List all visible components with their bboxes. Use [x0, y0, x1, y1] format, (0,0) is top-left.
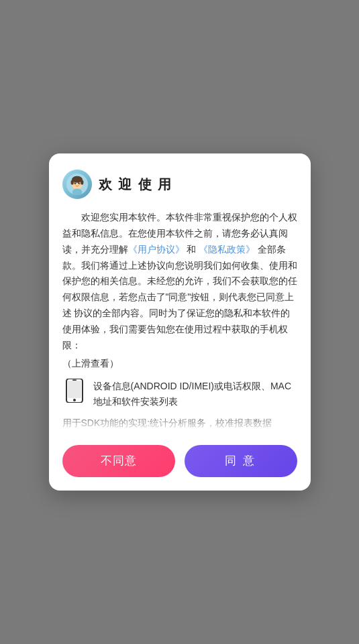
svg-point-14 — [73, 399, 76, 401]
intro-paragraph: 欢迎您实用本软件。本软件非常重视保护您的个人权益和隐私信息。在您使用本软件之前，… — [62, 210, 297, 353]
svg-rect-13 — [68, 381, 81, 398]
phone-icon — [62, 379, 87, 403]
dialog-overlay: 欢 迎 使 用 欢迎您实用本软件。本软件非常重视保护您的个人权益和隐私信息。在您… — [0, 0, 359, 644]
svg-point-3 — [70, 180, 73, 185]
svg-point-9 — [72, 184, 75, 186]
svg-point-7 — [75, 182, 76, 183]
disagree-button[interactable]: 不同意 — [62, 445, 175, 477]
dialog-footer: 不同意 同 意 — [62, 445, 297, 477]
svg-point-8 — [79, 182, 80, 183]
user-agreement-link[interactable]: 《用户协议》 — [128, 244, 185, 255]
dialog-body[interactable]: 欢迎您实用本软件。本软件非常重视保护您的个人权益和隐私信息。在您使用本软件之前，… — [62, 210, 297, 432]
sdk-usage-text: 用于SDK功能的实现:统计分析服务，校准报表数据 — [62, 415, 297, 432]
svg-point-10 — [79, 184, 82, 186]
dialog-title: 欢 迎 使 用 — [99, 176, 173, 194]
app-avatar — [62, 170, 92, 199]
slide-hint: （上滑查看） — [62, 356, 297, 372]
svg-point-4 — [81, 180, 83, 185]
privacy-policy-link[interactable]: 《隐私政策》 — [199, 244, 255, 255]
device-info-text: 设备信息(ANDROID ID/IMEI)或电话权限、MAC地址和软件安装列表 — [93, 379, 297, 409]
privacy-dialog: 欢 迎 使 用 欢迎您实用本软件。本软件非常重视保护您的个人权益和隐私信息。在您… — [49, 153, 311, 491]
svg-rect-15 — [72, 380, 76, 381]
device-info-row: 设备信息(ANDROID ID/IMEI)或电话权限、MAC地址和软件安装列表 — [62, 379, 297, 409]
dialog-header: 欢 迎 使 用 — [62, 170, 297, 199]
agree-button[interactable]: 同 意 — [185, 445, 297, 477]
